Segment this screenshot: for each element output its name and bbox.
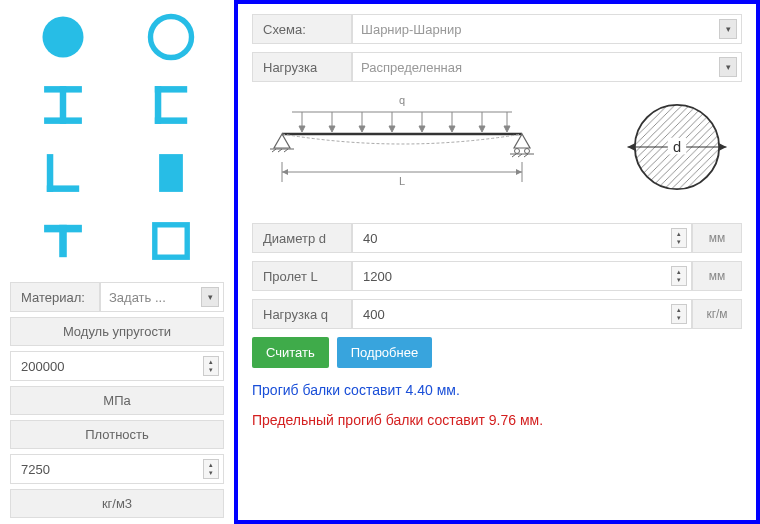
chevron-down-icon: ▾: [201, 287, 219, 307]
span-unit: мм: [692, 261, 742, 291]
svg-marker-52: [628, 143, 635, 150]
shape-hollow-circle[interactable]: [126, 8, 216, 66]
load-label: Нагрузка q: [252, 299, 352, 329]
chevron-down-icon: ▾: [719, 19, 737, 39]
diameter-value: 40: [363, 231, 377, 246]
svg-marker-46: [516, 169, 522, 175]
svg-point-38: [515, 149, 520, 154]
diagram-area: q: [252, 92, 742, 205]
scheme-value: Шарнир-Шарнир: [361, 22, 461, 37]
svg-rect-13: [155, 225, 187, 257]
density-input[interactable]: 7250 ▴▾: [10, 454, 224, 484]
L-label: L: [399, 175, 405, 187]
section-diagram: d: [622, 92, 742, 205]
chevron-down-icon: ▾: [719, 57, 737, 77]
svg-marker-53: [719, 143, 726, 150]
svg-marker-26: [449, 126, 455, 132]
diameter-unit: мм: [692, 223, 742, 253]
svg-marker-32: [274, 134, 290, 148]
modulus-value: 200000: [21, 359, 64, 374]
shape-tee[interactable]: [18, 212, 108, 270]
svg-marker-37: [514, 134, 530, 148]
material-label: Материал:: [10, 282, 100, 312]
diameter-label: Диаметр d: [252, 223, 352, 253]
shape-solid-rect[interactable]: [126, 144, 216, 202]
scheme-select[interactable]: Шарнир-Шарнир ▾: [352, 14, 742, 44]
material-select[interactable]: Задать ... ▾: [100, 282, 224, 312]
calculate-button[interactable]: Считать: [252, 337, 329, 368]
svg-marker-22: [389, 126, 395, 132]
diameter-input[interactable]: 40 ▴▾: [352, 223, 692, 253]
svg-rect-9: [47, 185, 79, 191]
density-value: 7250: [21, 462, 50, 477]
load-type-label: Нагрузка: [252, 52, 352, 82]
svg-point-1: [150, 16, 191, 57]
span-value: 1200: [363, 269, 392, 284]
spinner-icon[interactable]: ▴▾: [671, 304, 687, 324]
svg-marker-18: [329, 126, 335, 132]
svg-marker-30: [504, 126, 510, 132]
modulus-input[interactable]: 200000 ▴▾: [10, 351, 224, 381]
svg-point-0: [42, 16, 83, 57]
svg-marker-20: [359, 126, 365, 132]
q-label: q: [399, 94, 405, 106]
svg-marker-24: [419, 126, 425, 132]
shape-solid-circle[interactable]: [18, 8, 108, 66]
svg-rect-4: [44, 117, 82, 123]
load-unit: кг/м: [692, 299, 742, 329]
density-unit: кг/м3: [10, 489, 224, 518]
spinner-icon[interactable]: ▴▾: [203, 356, 219, 376]
shape-hollow-rect[interactable]: [126, 212, 216, 270]
spinner-icon[interactable]: ▴▾: [203, 459, 219, 479]
svg-marker-45: [282, 169, 288, 175]
svg-point-39: [525, 149, 530, 154]
density-label: Плотность: [10, 420, 224, 449]
more-button[interactable]: Подробнее: [337, 337, 432, 368]
load-type-value: Распределенная: [361, 60, 462, 75]
svg-rect-7: [155, 117, 187, 123]
spinner-icon[interactable]: ▴▾: [671, 228, 687, 248]
beam-diagram: q: [252, 92, 602, 205]
svg-rect-10: [159, 154, 183, 192]
svg-marker-28: [479, 126, 485, 132]
load-value: 400: [363, 307, 385, 322]
modulus-label: Модуль упругости: [10, 317, 224, 346]
scheme-label: Схема:: [252, 14, 352, 44]
result-limit-deflection: Предельный прогиб балки составит 9.76 мм…: [252, 412, 742, 428]
shape-i-beam[interactable]: [18, 76, 108, 134]
svg-rect-12: [59, 225, 67, 257]
span-label: Пролет L: [252, 261, 352, 291]
span-input[interactable]: 1200 ▴▾: [352, 261, 692, 291]
spinner-icon[interactable]: ▴▾: [671, 266, 687, 286]
shape-angle[interactable]: [18, 144, 108, 202]
material-value: Задать ...: [109, 290, 166, 305]
modulus-unit: МПа: [10, 386, 224, 415]
svg-marker-16: [299, 126, 305, 132]
load-input[interactable]: 400 ▴▾: [352, 299, 692, 329]
shape-channel[interactable]: [126, 76, 216, 134]
section-shapes-grid: [10, 8, 224, 270]
result-deflection: Прогиб балки составит 4.40 мм.: [252, 382, 742, 398]
d-label: d: [673, 139, 681, 155]
load-type-select[interactable]: Распределенная ▾: [352, 52, 742, 82]
